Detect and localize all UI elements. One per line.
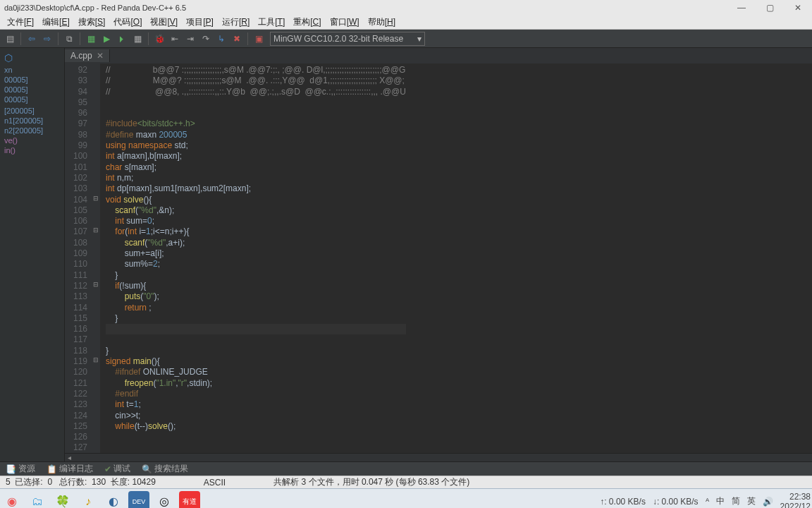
breakpoint-icon[interactable]: ▣ [252, 32, 266, 46]
menu-e[interactable]: 编辑[E] [38, 16, 74, 28]
devcpp-icon[interactable]: DEV [128, 491, 149, 509]
editor-hscrollbar[interactable]: ◂ [65, 453, 812, 461]
code-line[interactable]: int t=1; [106, 399, 406, 410]
code-line[interactable]: char s[maxn]; [106, 162, 406, 173]
symbol-item[interactable]: ve() [1, 135, 63, 145]
menu-c[interactable]: 重构[C] [289, 16, 325, 28]
code-line[interactable]: return ; [106, 303, 406, 313]
nav-forward-icon[interactable]: ⇨ [40, 32, 54, 46]
code-line[interactable]: int a[maxn],b[maxn]; [106, 151, 406, 162]
menu-bar: 文件[F]编辑[E]搜索[S]代码[O]视图[V]项目[P]运行[R]工具[T]… [0, 16, 812, 30]
youdao-icon[interactable]: 有道 [179, 491, 200, 509]
toolbar: ▤ ⇦ ⇨ ⧉ ▦ ▶ ⏵ ▦ 🐞 ⇤ ⇥ ↷ ↳ ✖ ▣ MinGW GCC1… [0, 30, 812, 48]
code-line[interactable] [106, 97, 406, 108]
minimize-button[interactable]: — [732, 3, 751, 13]
code-line[interactable]: using namespace std; [106, 140, 406, 151]
code-line[interactable]: sum%=2; [106, 259, 406, 270]
tab-debug[interactable]: ✔调试 [99, 463, 136, 475]
tab-a-cpp[interactable]: A.cpp ✕ [65, 49, 110, 62]
code-line[interactable]: #endif [106, 389, 406, 399]
symbol-item[interactable]: 00005] [1, 75, 63, 85]
menu-r[interactable]: 运行[R] [218, 16, 254, 28]
indent-right-icon[interactable]: ⇥ [183, 32, 197, 46]
symbol-item[interactable]: 00005] [1, 95, 63, 104]
symbol-item[interactable]: n2[200005] [1, 126, 63, 135]
menu-v[interactable]: 视图[V] [146, 16, 182, 28]
code-line[interactable]: for(int i=1;i<=n;i++){ [106, 226, 406, 237]
code-line[interactable]: #include<bits/stdc++.h> [106, 119, 406, 129]
code-line[interactable]: sum+=a[i]; [106, 248, 406, 259]
code-line[interactable]: signed main(){ [106, 356, 406, 367]
wechat-icon[interactable]: 🍀 [52, 491, 73, 509]
fold-column[interactable]: ⊟⊟⊟⊟ [92, 64, 100, 453]
code-line[interactable]: // @@8, .,,:::::::::::,,::.Y@b @@;.;,,.s… [106, 87, 406, 97]
window-titlebar: da0ji233\Desktop\cf\A.cpp - Red Panda De… [0, 0, 812, 16]
code-line[interactable]: } [106, 346, 406, 356]
code-line[interactable] [106, 334, 406, 345]
window-title: da0ji233\Desktop\cf\A.cpp - Red Panda De… [4, 4, 186, 12]
tab-close-icon[interactable]: ✕ [97, 51, 104, 61]
code-line[interactable]: if(!sum){ [106, 281, 406, 291]
code-line[interactable]: int n,m; [106, 173, 406, 183]
code-line[interactable]: #define maxn 200005 [106, 130, 406, 140]
code-line[interactable] [106, 108, 406, 119]
edge-icon[interactable]: ◐ [103, 491, 124, 509]
code-line[interactable]: freopen("1.in","r",stdin); [106, 378, 406, 389]
music-icon[interactable]: ♪ [78, 491, 99, 509]
step-over-icon[interactable]: ↷ [199, 32, 213, 46]
code-line[interactable]: scanf("%d",&n); [106, 205, 406, 216]
close-button[interactable]: ✕ [788, 3, 808, 13]
step-into-icon[interactable]: ↳ [214, 32, 228, 46]
code-line[interactable]: // b@@7 :;;;;;;;;;;;;;;;;,s@M .@@7:;:, ;… [106, 65, 406, 75]
encoding-indicator: ASCII [204, 478, 226, 488]
code-line[interactable] [106, 442, 406, 453]
maximize-button[interactable]: ▢ [760, 3, 780, 13]
code-line[interactable]: #ifndef ONLINE_JUDGE [106, 367, 406, 377]
menu-t[interactable]: 工具[T] [254, 16, 289, 28]
code-line[interactable]: void solve(){ [106, 195, 406, 205]
debug-icon[interactable]: 🐞 [152, 32, 166, 46]
code-line[interactable]: } [106, 313, 406, 324]
indent-left-icon[interactable]: ⇤ [168, 32, 182, 46]
menu-f[interactable]: 文件[F] [3, 16, 38, 28]
menu-w[interactable]: 窗口[W] [326, 16, 364, 28]
code-line[interactable]: } [106, 270, 406, 281]
chrome-icon[interactable]: ◉ [1, 491, 23, 509]
code-line[interactable]: // M@@? :;;;;;;;;;;;;;;;s@M .@@. .:::,Y@… [106, 75, 406, 86]
code-line[interactable] [106, 432, 406, 442]
menu-o[interactable]: 代码[O] [109, 16, 146, 28]
tab-search-results[interactable]: 🔍搜索结果 [136, 463, 194, 475]
compile-run-icon[interactable]: ⏵ [115, 32, 129, 46]
code-line[interactable]: int sum=0; [106, 216, 406, 226]
code-line[interactable]: while(t--)solve(); [106, 421, 406, 432]
stop-icon[interactable]: ✖ [230, 32, 244, 46]
line-gutter: 9293949596979899100101102103104105106107… [65, 64, 92, 453]
nav-back-icon[interactable]: ⇦ [25, 32, 39, 46]
code-editor[interactable]: 9293949596979899100101102103104105106107… [65, 64, 812, 453]
symbol-item[interactable]: n1[200005] [1, 116, 63, 126]
symbol-item[interactable]: xn [1, 65, 63, 75]
code-line[interactable]: cin>>t; [106, 411, 406, 421]
obs-icon[interactable]: ◎ [154, 491, 175, 509]
explorer-icon[interactable]: 🗂 [27, 491, 48, 509]
code-line[interactable] [106, 324, 406, 334]
symbol-item[interactable]: 00005] [1, 85, 63, 95]
class-browser-sidebar[interactable]: ⬡ xn00005]00005]00005][200005]n1[200005]… [0, 48, 65, 461]
new-file-icon[interactable]: ▤ [3, 32, 17, 46]
menu-p[interactable]: 项目[P] [182, 16, 218, 28]
symbol-item[interactable]: [200005] [1, 106, 63, 116]
toggle-icon[interactable]: ⧉ [62, 32, 76, 46]
tab-compile-log[interactable]: 📋编译日志 [41, 463, 99, 475]
compiler-select[interactable]: MinGW GCC10.2.0 32-bit Release▾ [270, 32, 425, 46]
menu-s[interactable]: 搜索[S] [74, 16, 110, 28]
code-line[interactable]: int dp[maxn],sum1[maxn],sum2[maxn]; [106, 183, 406, 194]
code-line[interactable]: puts("0"); [106, 291, 406, 302]
code-line[interactable]: scanf("%d",a+i); [106, 238, 406, 248]
tab-resources[interactable]: 📑资源 [0, 463, 41, 475]
compile-icon[interactable]: ▦ [84, 32, 98, 46]
rebuild-icon[interactable]: ▦ [130, 32, 144, 46]
run-icon[interactable]: ▶ [99, 32, 113, 46]
symbol-item[interactable]: in() [1, 145, 63, 155]
menu-h[interactable]: 帮助[H] [364, 16, 400, 28]
system-tray[interactable]: ↑: 0.00 KB/s ↓: 0.00 KB/s ᴬ 中简英 🔊 22:382… [600, 492, 811, 509]
